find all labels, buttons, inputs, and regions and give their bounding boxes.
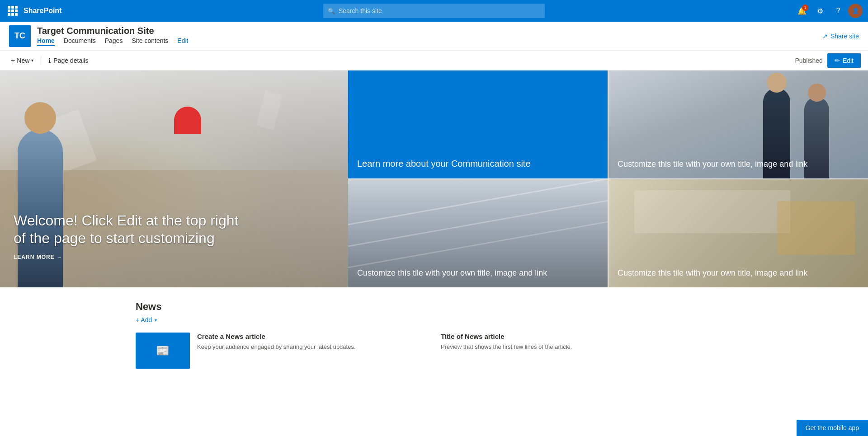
notification-button[interactable]: 🔔 1 [794,3,810,19]
hero-tile-1[interactable]: Customize this tile with your own title,… [609,70,868,178]
sharepoint-logo-text: SharePoint [24,7,61,15]
share-site-button[interactable]: ↗ Share site [822,33,859,40]
hero-title: Welcome! Click Edit at the top right of … [14,212,240,247]
tile-blue-text: Learn more about your Communication site [357,158,531,169]
news-title: News [136,301,732,313]
news-article-icon: 📰 [156,344,170,357]
notification-badge: 1 [802,5,808,11]
page-details-button[interactable]: ℹ Page details [45,54,92,67]
hero-tile-blue[interactable]: Learn more about your Communication site [348,70,608,178]
page-details-label: Page details [53,57,88,64]
share-site-label: Share site [830,33,859,40]
learn-more-link[interactable]: LEARN MORE → [14,254,240,260]
waffle-menu-icon[interactable] [5,4,20,18]
hero-tile-2[interactable]: Customize this tile with your own title,… [348,179,608,287]
news-card-1-desc: Keep your audience engaged by sharing yo… [197,343,427,351]
hero-section: Welcome! Click Edit at the top right of … [0,70,868,287]
hero-main-image[interactable]: Welcome! Click Edit at the top right of … [0,70,348,287]
news-card-1[interactable]: 📰 Create a News article Keep your audien… [136,333,427,369]
nav-item-site-contents[interactable]: Site contents [132,37,168,46]
search-bar[interactable]: 🔍 [323,4,545,18]
nav-item-pages[interactable]: Pages [105,37,123,46]
news-card-1-title: Create a News article [197,333,427,340]
avatar-initials: 👤 [852,8,859,14]
bottom-section: News + Add ▾ 📰 Create a News article Kee… [0,287,868,369]
settings-button[interactable]: ⚙ [812,3,828,19]
site-title-area: Target Communication Site Home Documents… [37,26,822,46]
tile-3-text: Customize this tile with your own title,… [618,268,807,278]
published-status: Published [795,57,823,64]
nav-item-documents[interactable]: Documents [64,37,96,46]
info-icon: ℹ [48,57,51,64]
site-logo: TC [9,25,31,47]
hero-tiles: Learn more about your Communication site… [348,70,868,287]
site-logo-initials: TC [14,31,25,41]
nav-item-edit[interactable]: Edit [177,37,188,46]
new-label: New [17,57,29,64]
site-nav: Home Documents Pages Site contents Edit [37,37,822,46]
top-nav-right: 🔔 1 ⚙ ? 👤 [794,3,863,19]
news-grid: 📰 Create a News article Keep your audien… [136,333,732,369]
avatar[interactable]: 👤 [848,4,863,18]
chevron-down-icon-news: ▾ [155,318,157,323]
tile-2-text: Customize this tile with your own title,… [357,268,547,278]
news-section: News + Add ▾ 📰 Create a News article Kee… [118,301,750,369]
decorative-lamp [174,107,201,134]
gear-icon: ⚙ [817,7,823,15]
search-input[interactable] [339,7,540,14]
news-add-label: + Add [136,316,152,323]
news-card-2[interactable]: Title of News article Preview that shows… [441,333,732,369]
plus-icon: + [11,56,15,65]
toolbar: + New ▾ ℹ Page details Published ✏ Edit [0,51,868,70]
help-button[interactable]: ? [830,3,846,19]
site-header: TC Target Communication Site Home Docume… [0,22,868,51]
news-content-2: Title of News article Preview that shows… [441,333,732,369]
toolbar-separator [41,56,41,65]
tile-1-text: Customize this tile with your own title,… [618,159,807,169]
news-card-2-title: Title of News article [441,333,732,340]
share-icon: ↗ [822,33,828,40]
site-title: Target Communication Site [37,26,822,36]
toolbar-right: Published ✏ Edit [795,53,861,68]
edit-button[interactable]: ✏ Edit [827,53,861,68]
question-icon: ? [836,7,840,15]
nav-item-home[interactable]: Home [37,37,55,46]
news-card-2-desc: Preview that shows the first few lines o… [441,343,732,351]
news-content-1: Create a News article Keep your audience… [197,333,427,369]
new-button[interactable]: + New ▾ [7,54,37,67]
news-thumb-1: 📰 [136,333,190,369]
pencil-icon: ✏ [835,57,840,64]
chevron-down-icon: ▾ [31,58,33,63]
person-1-body [18,129,63,287]
top-navigation: SharePoint 🔍 🔔 1 ⚙ ? 👤 [0,0,868,22]
hero-text-overlay: Welcome! Click Edit at the top right of … [14,212,240,260]
person-1-head [24,102,56,134]
edit-label: Edit [843,57,854,64]
hero-tile-3[interactable]: Customize this tile with your own title,… [609,179,868,287]
search-icon: 🔍 [328,8,335,14]
news-add-button[interactable]: + Add ▾ [136,316,732,323]
